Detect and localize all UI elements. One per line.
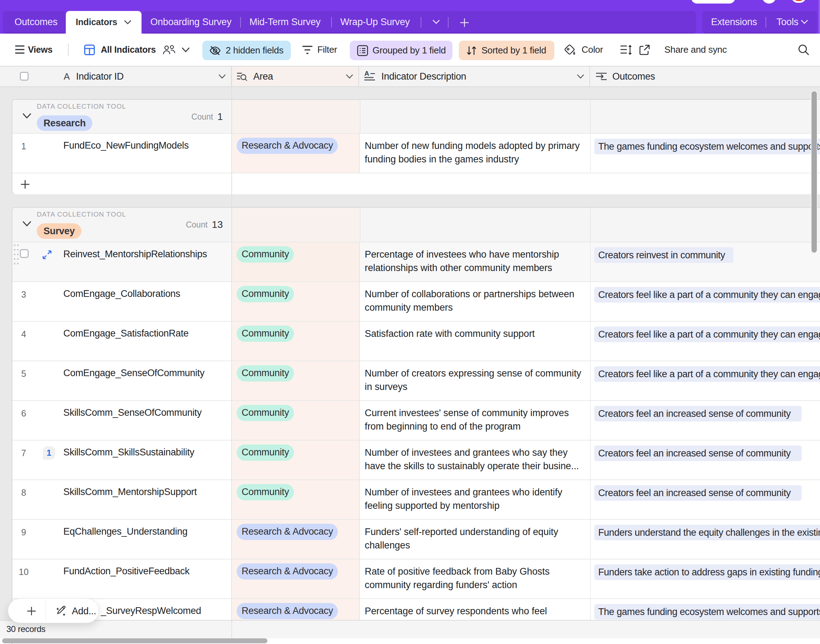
svg-text:A: A: [364, 71, 369, 77]
